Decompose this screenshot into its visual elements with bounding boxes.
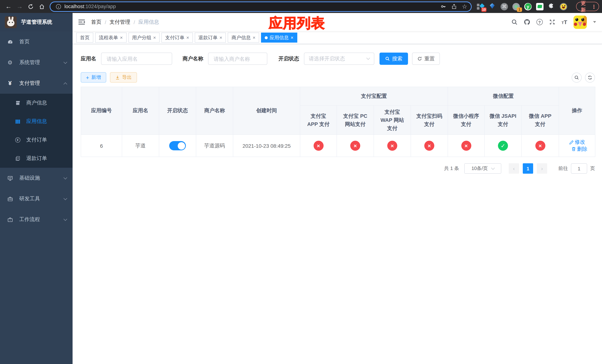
- sidebar-item-infra[interactable]: 基础设施: [0, 168, 73, 189]
- document-icon: [15, 156, 20, 161]
- app-title: 芋道管理系统: [21, 19, 52, 26]
- col-header-wx-jsapi: 微信 JSAPI 支付: [484, 105, 521, 135]
- status-select-placeholder: 请选择开启状态: [309, 55, 345, 62]
- tab-close-icon[interactable]: ×: [291, 35, 293, 40]
- tab-close-icon[interactable]: ×: [220, 35, 222, 40]
- refresh-icon: [417, 56, 422, 61]
- yen-icon: ¥: [7, 80, 13, 86]
- sidebar-item-label: 基础设施: [19, 175, 64, 182]
- tab-process-form[interactable]: 流程表单×: [95, 32, 127, 43]
- tab-close-icon[interactable]: ×: [153, 35, 156, 40]
- gem-extension-icon[interactable]: [489, 3, 496, 10]
- font-size-icon[interactable]: TT: [561, 19, 567, 25]
- share-icon[interactable]: [451, 4, 457, 9]
- command-extension-icon[interactable]: ⌘: [501, 3, 508, 10]
- tab-app-info[interactable]: 应用信息×: [261, 32, 297, 43]
- cell-name: 芋道: [122, 135, 159, 157]
- status-select[interactable]: 请选择开启状态: [304, 53, 374, 65]
- url-text[interactable]: localhost:1024/pay/app: [64, 4, 441, 9]
- search-icon[interactable]: [511, 19, 517, 25]
- wx-app-status-icon: ×: [535, 141, 545, 151]
- sidebar-item-pay-order[interactable]: ¥ 支付订单: [0, 131, 73, 149]
- sidebar-item-system[interactable]: ⚙ 系统管理: [0, 52, 73, 73]
- browser-reload-icon[interactable]: [25, 1, 36, 12]
- toggle-search-button[interactable]: [572, 72, 582, 82]
- translate-extension-icon[interactable]: 10: [477, 3, 484, 10]
- sidebar-item-merchant-info[interactable]: 商户信息: [0, 94, 73, 112]
- tabs-bar: 首页 流程表单× 用户分组× 支付订单× 退款订单× 商户信息× 应用信息×: [73, 32, 602, 44]
- goto-page-input[interactable]: [571, 163, 587, 174]
- sidebar-item-label: 支付订单: [26, 137, 47, 143]
- sidebar-item-home[interactable]: 首页: [0, 32, 73, 52]
- sidebar-item-workflow[interactable]: 工作流程: [0, 209, 73, 230]
- sidebar-item-refund-order[interactable]: 退款订单: [0, 149, 73, 168]
- browser-update-button[interactable]: 更新 ⋮: [576, 2, 599, 11]
- sidebar-item-dev-tools[interactable]: 研发工具: [0, 189, 73, 209]
- breadcrumb-pay[interactable]: 支付管理: [110, 19, 130, 25]
- browser-back-icon[interactable]: ←: [3, 1, 14, 12]
- col-group-alipay: 支付宝配置: [300, 87, 448, 105]
- merchant-name-label: 商户名称: [183, 55, 203, 62]
- chevron-down-icon: [64, 176, 67, 179]
- refresh-table-button[interactable]: [585, 72, 595, 82]
- tab-merchant-info[interactable]: 商户信息×: [228, 32, 259, 43]
- toolbox-icon: [7, 196, 13, 202]
- extensions-row: 10 ⌘ 1 y 更新 ⋮: [477, 2, 599, 11]
- search-button[interactable]: 搜索: [379, 53, 408, 65]
- avatar[interactable]: [573, 15, 587, 29]
- browser-forward-icon[interactable]: →: [14, 1, 25, 12]
- address-bar[interactable]: localhost:1024/pay/app ☆: [50, 1, 472, 12]
- col-header-created: 创建时间: [233, 87, 300, 135]
- extension-badge: 1: [517, 7, 522, 12]
- sidebar-collapse-icon[interactable]: [78, 19, 85, 25]
- reset-button[interactable]: 重置: [412, 53, 440, 65]
- yen-circle-icon: ¥: [15, 137, 20, 143]
- tab-close-icon[interactable]: ×: [253, 35, 256, 40]
- breadcrumb-home[interactable]: 首页: [91, 19, 101, 25]
- site-info-icon[interactable]: [55, 3, 62, 10]
- app-name-input[interactable]: [101, 53, 172, 65]
- help-icon[interactable]: ?: [536, 19, 543, 25]
- tab-pay-order[interactable]: 支付订单×: [161, 32, 193, 43]
- extensions-puzzle-icon[interactable]: [548, 3, 555, 10]
- sidebar-item-label: 首页: [19, 39, 67, 45]
- edit-link[interactable]: 修改: [569, 139, 585, 146]
- avatar-dropdown-icon[interactable]: [593, 21, 596, 23]
- github-icon[interactable]: [524, 19, 530, 25]
- next-page-button[interactable]: ›: [537, 163, 547, 174]
- merchant-name-input[interactable]: [208, 53, 267, 65]
- fullscreen-icon[interactable]: [549, 19, 555, 25]
- page-number-1[interactable]: 1: [523, 163, 533, 174]
- browser-home-icon[interactable]: [36, 1, 47, 12]
- sidebar-logo[interactable]: 芋道管理系统: [0, 13, 73, 32]
- bookmark-star-icon[interactable]: ☆: [462, 3, 467, 10]
- app-table: 应用编号 应用名 开启状态 商户名称 创建时间 支付宝配置 微信配置 操作 支付…: [81, 87, 595, 157]
- browser-toolbar: ← → localhost:1024/pay/app ☆ 10 ⌘: [0, 0, 602, 13]
- chevron-down-icon: [64, 196, 67, 200]
- sidebar-item-pay[interactable]: ¥ 支付管理: [0, 73, 73, 94]
- capture-extension-icon[interactable]: 1: [512, 3, 520, 10]
- alipay-wap-status-icon: ×: [387, 141, 397, 151]
- tab-close-icon[interactable]: ×: [120, 35, 123, 40]
- add-button[interactable]: + 新增: [81, 72, 106, 83]
- delete-link[interactable]: 删除: [571, 146, 587, 152]
- browser-menu-icon[interactable]: ⋮: [591, 3, 596, 10]
- tab-user-group[interactable]: 用户分组×: [128, 32, 160, 43]
- password-key-icon[interactable]: [441, 4, 446, 9]
- tab-home[interactable]: 首页: [76, 32, 93, 43]
- emoji-extension-icon[interactable]: [560, 3, 567, 10]
- sidebar-item-label: 研发工具: [19, 195, 64, 202]
- tab-refund-order[interactable]: 退款订单×: [195, 32, 226, 43]
- enabled-toggle[interactable]: [169, 141, 186, 150]
- sidebar-item-app-info[interactable]: 应用信息: [0, 112, 73, 131]
- sidebar-item-label: 工作流程: [19, 216, 64, 223]
- pagination: 共 1 条 10条/页 ‹ 1 › 前往 页: [81, 163, 595, 174]
- export-button[interactable]: 导出: [110, 72, 137, 83]
- wx-jsapi-status-icon: ✓: [498, 141, 508, 151]
- col-header-name: 应用名: [122, 87, 159, 135]
- tab-close-icon[interactable]: ×: [186, 35, 189, 40]
- prev-page-button[interactable]: ‹: [509, 163, 519, 174]
- page-size-select[interactable]: 10条/页: [464, 163, 501, 174]
- chat-extension-icon[interactable]: [536, 3, 544, 10]
- y-logo-extension-icon[interactable]: y: [524, 3, 532, 10]
